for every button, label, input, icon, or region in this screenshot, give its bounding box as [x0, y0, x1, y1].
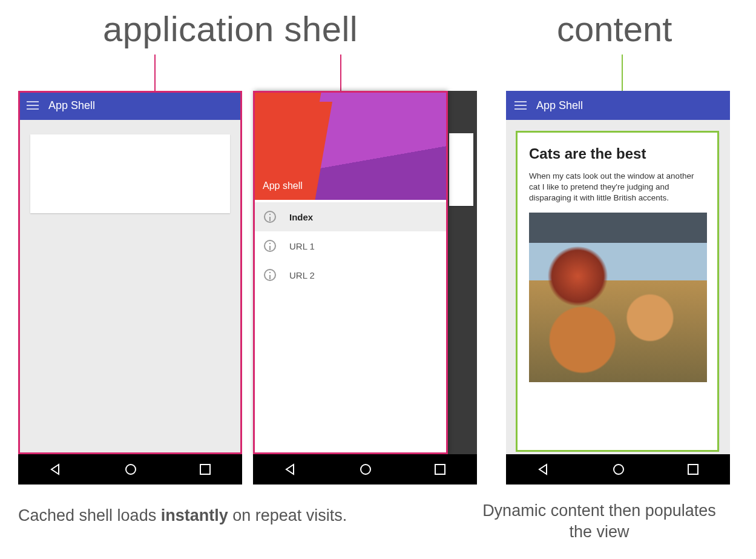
recents-icon[interactable]	[200, 464, 211, 475]
drawer-item-label: URL 2	[289, 270, 315, 280]
connector-line	[340, 55, 341, 92]
empty-content-card	[30, 134, 230, 213]
android-nav-bar	[506, 454, 730, 485]
info-icon	[264, 211, 276, 223]
svg-marker-0	[51, 465, 59, 474]
back-icon[interactable]	[284, 463, 297, 475]
back-icon[interactable]	[537, 463, 550, 475]
home-icon[interactable]	[613, 464, 624, 475]
app-bar: App Shell	[506, 91, 730, 120]
drawer-list: Index URL 1 URL 2	[253, 200, 447, 289]
recents-icon[interactable]	[688, 464, 698, 475]
android-nav-bar	[18, 454, 242, 485]
heading-content: content	[557, 8, 672, 49]
appbar-title: App Shell	[48, 99, 95, 112]
phone-content-populated: App Shell Cats are the best When my cats…	[506, 91, 730, 491]
appbar-title: App Shell	[536, 99, 583, 112]
info-icon	[264, 240, 276, 252]
caption-right: Dynamic content then populates the view	[478, 500, 720, 543]
android-nav-bar	[253, 454, 477, 485]
hamburger-menu-icon[interactable]	[514, 101, 527, 110]
svg-marker-2	[539, 465, 547, 474]
drawer-header-title: App shell	[263, 180, 303, 191]
heading-application-shell: application shell	[103, 8, 358, 49]
drawer-item-url1[interactable]: URL 1	[253, 231, 447, 260]
home-icon[interactable]	[360, 464, 371, 475]
caption-left: Cached shell loads instantly on repeat v…	[18, 500, 478, 543]
app-bar: App Shell	[18, 91, 242, 120]
obscured-card	[449, 133, 473, 206]
content-image-cats	[529, 213, 707, 382]
hamburger-menu-icon[interactable]	[27, 101, 39, 110]
info-icon	[264, 269, 276, 281]
content-card: Cats are the best When my cats look out …	[517, 132, 719, 451]
phone-shell-drawer: App shell Index URL 1 URL 2	[253, 91, 477, 491]
drawer-item-label: URL 1	[289, 241, 315, 251]
drawer-item-url2[interactable]: URL 2	[253, 260, 447, 289]
phone-shell-empty: App Shell	[18, 91, 242, 491]
back-icon[interactable]	[50, 463, 62, 475]
drawer-header: App shell	[253, 91, 447, 200]
drawer-item-label: Index	[289, 212, 313, 222]
home-icon[interactable]	[125, 464, 136, 475]
content-title: Cats are the best	[529, 145, 707, 162]
connector-line	[154, 55, 156, 92]
content-body: When my cats look out the window at anot…	[529, 171, 707, 204]
navigation-drawer: App shell Index URL 1 URL 2	[253, 91, 447, 454]
svg-marker-1	[286, 465, 294, 474]
recents-icon[interactable]	[435, 464, 445, 475]
drawer-item-index[interactable]: Index	[253, 202, 447, 231]
